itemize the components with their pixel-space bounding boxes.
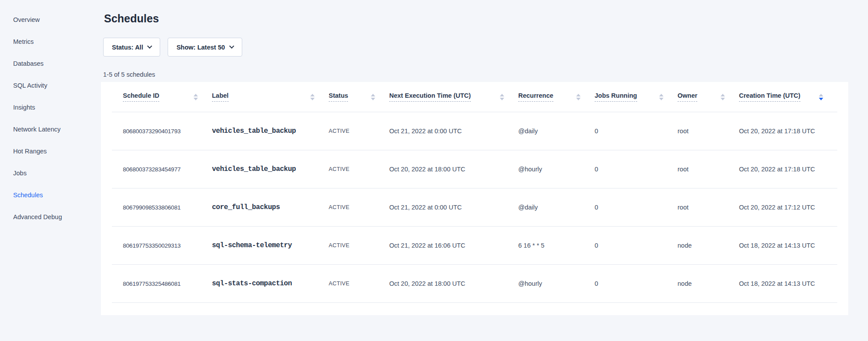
cell-next-execution-time: Oct 20, 2022 at 18:00 UTC — [389, 166, 518, 173]
sort-up-arrow-icon — [194, 94, 198, 96]
sidebar-item-label: Jobs — [13, 170, 27, 177]
cell-status: ACTIVE — [329, 128, 389, 134]
page: OverviewMetricsDatabasesSQL ActivityInsi… — [0, 0, 868, 341]
sidebar-item-label: Hot Ranges — [13, 148, 47, 155]
sort-icon[interactable] — [721, 94, 725, 100]
column-header-label[interactable]: Label — [212, 92, 329, 102]
cell-recurrence: @hourly — [518, 280, 595, 287]
sidebar-item-hot-ranges[interactable]: Hot Ranges — [13, 140, 101, 162]
cell-recurrence: 6 16 * * 5 — [518, 242, 595, 249]
cell-label: sql-schema-telemetry — [212, 242, 329, 249]
column-header-next-execution-time-utc[interactable]: Next Execution Time (UTC) — [389, 92, 518, 102]
cell-owner: root — [678, 128, 739, 135]
sidebar-item-overview[interactable]: Overview — [13, 9, 101, 31]
main-content: Schedules Status: All Show: Latest 50 1-… — [101, 0, 868, 341]
sidebar-item-insights[interactable]: Insights — [13, 96, 101, 118]
table-header-row: Schedule ID Label Status Next Execution … — [112, 82, 837, 112]
cell-schedule-id[interactable]: 806800373290401793 — [123, 128, 212, 135]
sidebar-item-label: Databases — [13, 60, 43, 67]
filter-bar: Status: All Show: Latest 50 — [103, 38, 848, 57]
status-filter-dropdown[interactable]: Status: All — [103, 38, 160, 57]
chevron-down-icon — [229, 43, 234, 48]
sort-down-arrow-icon — [310, 98, 315, 100]
cell-status: ACTIVE — [329, 166, 389, 172]
cell-schedule-id[interactable]: 806800373283454977 — [123, 166, 212, 173]
sidebar-nav: OverviewMetricsDatabasesSQL ActivityInsi… — [0, 0, 101, 341]
column-header-owner[interactable]: Owner — [678, 92, 739, 102]
cell-schedule-id[interactable]: 806197753350029313 — [123, 242, 212, 249]
column-header-label: Status — [329, 92, 348, 102]
cell-label: sql-stats-compaction — [212, 280, 329, 288]
column-header-schedule-id[interactable]: Schedule ID — [123, 92, 212, 102]
column-header-label: Recurrence — [518, 92, 553, 102]
cell-label: vehicles_table_backup — [212, 165, 329, 173]
column-header-label: Creation Time (UTC) — [739, 92, 800, 102]
show-filter-dropdown[interactable]: Show: Latest 50 — [168, 38, 242, 57]
cell-owner: root — [678, 204, 739, 211]
cell-status: ACTIVE — [329, 204, 389, 210]
cell-next-execution-time: Oct 21, 2022 at 16:06 UTC — [389, 242, 518, 249]
table-body: 806800373290401793vehicles_table_backupA… — [112, 112, 837, 303]
column-header-jobs-running[interactable]: Jobs Running — [595, 92, 678, 102]
sort-down-arrow-icon — [500, 98, 504, 100]
sort-icon[interactable] — [371, 94, 375, 100]
schedules-table: Schedule ID Label Status Next Execution … — [101, 82, 848, 315]
cell-creation-time: Oct 18, 2022 at 14:13 UTC — [739, 242, 837, 249]
sort-icon[interactable] — [659, 94, 664, 100]
sort-icon[interactable] — [194, 94, 198, 100]
column-header-recurrence[interactable]: Recurrence — [518, 92, 595, 102]
sort-up-arrow-icon — [371, 94, 375, 96]
cell-recurrence: @daily — [518, 204, 595, 211]
column-header-creation-time-utc[interactable]: Creation Time (UTC) — [739, 92, 837, 102]
sidebar-item-label: Schedules — [13, 192, 43, 199]
sidebar-item-label: Advanced Debug — [13, 213, 62, 220]
sidebar-item-network-latency[interactable]: Network Latency — [13, 118, 101, 140]
table-row[interactable]: 806197753350029313sql-schema-telemetryAC… — [112, 227, 837, 265]
cell-creation-time: Oct 20, 2022 at 17:18 UTC — [739, 128, 837, 135]
results-count: 1-5 of 5 schedules — [103, 71, 848, 78]
sidebar-item-label: Network Latency — [13, 126, 61, 133]
table-row[interactable]: 806800373283454977vehicles_table_backupA… — [112, 150, 837, 188]
table-row[interactable]: 806197753325486081sql-stats-compactionAC… — [112, 265, 837, 303]
sidebar-item-jobs[interactable]: Jobs — [13, 162, 101, 184]
cell-recurrence: @hourly — [518, 166, 595, 173]
column-header-status[interactable]: Status — [329, 92, 389, 102]
column-header-label: Jobs Running — [595, 92, 637, 102]
sidebar-item-advanced-debug[interactable]: Advanced Debug — [13, 206, 101, 228]
cell-owner: node — [678, 242, 739, 249]
page-title: Schedules — [104, 12, 848, 25]
sidebar-item-label: SQL Activity — [13, 82, 47, 89]
sort-icon[interactable] — [310, 94, 315, 100]
cell-jobs-running: 0 — [595, 242, 678, 249]
cell-label: core_full_backups — [212, 203, 329, 211]
table-row[interactable]: 806799098533806081core_full_backupsACTIV… — [112, 188, 837, 227]
cell-jobs-running: 0 — [595, 204, 678, 211]
cell-creation-time: Oct 20, 2022 at 17:18 UTC — [739, 166, 837, 173]
cell-schedule-id[interactable]: 806799098533806081 — [123, 204, 212, 211]
cell-label: vehicles_table_backup — [212, 127, 329, 135]
column-header-label: Owner — [678, 92, 697, 102]
status-filter-label: Status: All — [112, 44, 143, 51]
cell-next-execution-time: Oct 21, 2022 at 0:00 UTC — [389, 204, 518, 211]
sort-up-arrow-icon — [819, 94, 823, 96]
sort-icon[interactable] — [576, 94, 581, 100]
cell-schedule-id[interactable]: 806197753325486081 — [123, 281, 212, 287]
chevron-down-icon — [147, 43, 152, 48]
table-row[interactable]: 806800373290401793vehicles_table_backupA… — [112, 112, 837, 150]
cell-owner: node — [678, 280, 739, 287]
cell-creation-time: Oct 20, 2022 at 17:12 UTC — [739, 204, 837, 211]
sidebar-item-schedules[interactable]: Schedules — [13, 184, 101, 206]
sort-down-arrow-icon — [819, 98, 823, 100]
sort-down-arrow-icon — [194, 98, 198, 100]
cell-status: ACTIVE — [329, 281, 389, 287]
sort-up-arrow-icon — [500, 94, 504, 96]
sort-icon[interactable] — [500, 94, 504, 100]
sort-down-arrow-icon — [721, 98, 725, 100]
sidebar-item-metrics[interactable]: Metrics — [13, 31, 101, 53]
sort-icon[interactable] — [819, 94, 823, 100]
sort-up-arrow-icon — [576, 94, 581, 96]
sidebar-item-sql-activity[interactable]: SQL Activity — [13, 75, 101, 96]
cell-status: ACTIVE — [329, 242, 389, 249]
sidebar-item-databases[interactable]: Databases — [13, 53, 101, 75]
sort-down-arrow-icon — [576, 98, 581, 100]
